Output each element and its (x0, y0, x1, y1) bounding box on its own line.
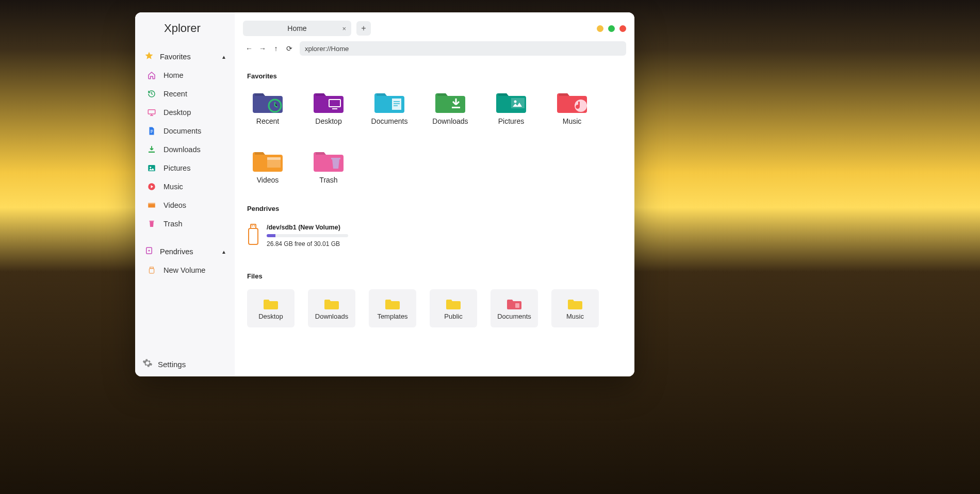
new-tab-button[interactable]: + (356, 21, 371, 36)
folder-icon (253, 89, 283, 114)
forward-button[interactable]: → (256, 42, 269, 55)
folder-icon (557, 89, 587, 114)
collapse-icon: ▲ (221, 54, 226, 60)
settings-label: Settings (158, 360, 186, 369)
folder-icon (374, 89, 404, 114)
up-button[interactable]: ↑ (270, 42, 282, 55)
sidebar-item-label: Documents (164, 127, 201, 135)
file-label: Templates (377, 312, 407, 320)
sidebar-item-desktop[interactable]: Desktop (135, 103, 235, 122)
recent-icon (146, 89, 157, 99)
svg-rect-6 (150, 221, 154, 222)
svg-rect-1 (149, 152, 155, 153)
trash-icon (146, 219, 157, 229)
favorite-label: Pictures (498, 117, 525, 125)
sidebar-item-label: New Volume (164, 266, 205, 274)
file-templates[interactable]: Templates (369, 289, 416, 327)
file-label: Documents (497, 312, 531, 320)
usb-section-icon (144, 246, 154, 257)
file-music[interactable]: Music (551, 289, 599, 327)
file-downloads[interactable]: Downloads (308, 289, 355, 327)
home-icon (146, 70, 157, 80)
file-label: Public (444, 312, 462, 320)
section-title-files: Files (247, 272, 622, 280)
sidebar-item-music[interactable]: Music (135, 177, 235, 196)
svg-point-8 (149, 250, 150, 252)
sidebar-section-pendrives[interactable]: Pendrives ▲ (135, 242, 235, 261)
svg-rect-23 (254, 225, 255, 226)
folder-icon (507, 297, 522, 310)
back-button[interactable]: ← (243, 42, 255, 55)
files-grid: Desktop Downloads Templates Public Docum… (247, 289, 622, 327)
favorite-desktop[interactable]: Desktop (308, 89, 349, 125)
sidebar-item-documents[interactable]: Documents (135, 122, 235, 140)
usb-drive-icon (247, 224, 259, 248)
tab-bar: Home × + (235, 12, 634, 36)
favorite-documents[interactable]: Documents (369, 89, 410, 125)
reload-button[interactable]: ⟳ (283, 42, 296, 55)
svg-rect-19 (267, 157, 281, 160)
maximize-button[interactable] (608, 25, 615, 32)
picture-icon (146, 163, 157, 173)
favorite-pictures[interactable]: Pictures (491, 89, 532, 125)
star-icon (144, 51, 154, 62)
folder-icon (435, 89, 465, 114)
sidebar-item-label: Music (164, 183, 183, 191)
sidebar-item-recent[interactable]: Recent (135, 85, 235, 103)
tab-label: Home (287, 24, 306, 32)
sidebar-item-label: Trash (164, 220, 183, 228)
svg-rect-25 (515, 303, 519, 308)
pendrive-item[interactable]: /dev/sdb1 (New Volume) 26.84 GB free of … (247, 222, 622, 250)
favorite-label: Trash (319, 176, 337, 184)
svg-rect-21 (251, 224, 256, 228)
favorite-music[interactable]: Music (551, 89, 593, 125)
tab-home[interactable]: Home × (243, 21, 351, 36)
tab-close-icon[interactable]: × (342, 25, 346, 32)
folder-icon (385, 297, 400, 310)
section-title-pendrives: Pendrives (247, 205, 622, 212)
favorite-downloads[interactable]: Downloads (430, 89, 471, 125)
sidebar-item-home[interactable]: Home (135, 66, 235, 85)
pendrive-free: 26.84 GB free of 30.01 GB (267, 240, 348, 248)
main-panel: Home × + ← → ↑ ⟳ xplorer://Home Favorite… (235, 12, 634, 376)
file-desktop[interactable]: Desktop (247, 289, 295, 327)
download-icon (146, 144, 157, 155)
favorite-recent[interactable]: Recent (247, 89, 288, 125)
usb-icon (146, 265, 157, 275)
sidebar-item-label: Videos (164, 201, 186, 209)
collapse-icon: ▲ (221, 249, 226, 255)
sidebar-item-label: Recent (164, 90, 187, 98)
folder-icon (314, 148, 344, 173)
sidebar-section-title: Pendrives (160, 248, 193, 256)
minimize-button[interactable] (597, 25, 603, 32)
file-documents[interactable]: Documents (491, 289, 538, 327)
favorite-label: Documents (371, 117, 408, 125)
sidebar-item-downloads[interactable]: Downloads (135, 140, 235, 159)
folder-icon (253, 148, 283, 173)
navigation-bar: ← → ↑ ⟳ xplorer://Home (235, 36, 634, 60)
sidebar-section-favorites[interactable]: Favorites ▲ (135, 47, 235, 66)
favorite-label: Music (563, 117, 582, 125)
file-public[interactable]: Public (430, 289, 477, 327)
folder-icon (567, 297, 583, 310)
file-label: Desktop (258, 312, 283, 320)
favorite-trash[interactable]: Trash (308, 148, 349, 184)
video-icon (146, 200, 157, 210)
sidebar-item-label: Home (164, 71, 184, 79)
sidebar-item-videos[interactable]: Videos (135, 196, 235, 215)
section-title-favorites: Favorites (247, 72, 622, 80)
folder-icon (496, 89, 526, 114)
favorite-label: Videos (257, 176, 279, 184)
sidebar-item-pictures[interactable]: Pictures (135, 159, 235, 177)
sidebar-item-newvolume[interactable]: New Volume (135, 261, 235, 279)
content-area: Favorites Recent Desktop Documents Downl… (235, 60, 634, 376)
favorite-label: Desktop (315, 117, 341, 125)
file-label: Downloads (315, 312, 348, 320)
sidebar-item-trash[interactable]: Trash (135, 215, 235, 233)
address-bar[interactable]: xplorer://Home (300, 41, 626, 56)
settings-button[interactable]: Settings (135, 352, 235, 376)
svg-rect-13 (392, 98, 401, 110)
folder-icon (314, 89, 344, 114)
close-window-button[interactable] (619, 25, 626, 32)
favorite-videos[interactable]: Videos (247, 148, 288, 184)
